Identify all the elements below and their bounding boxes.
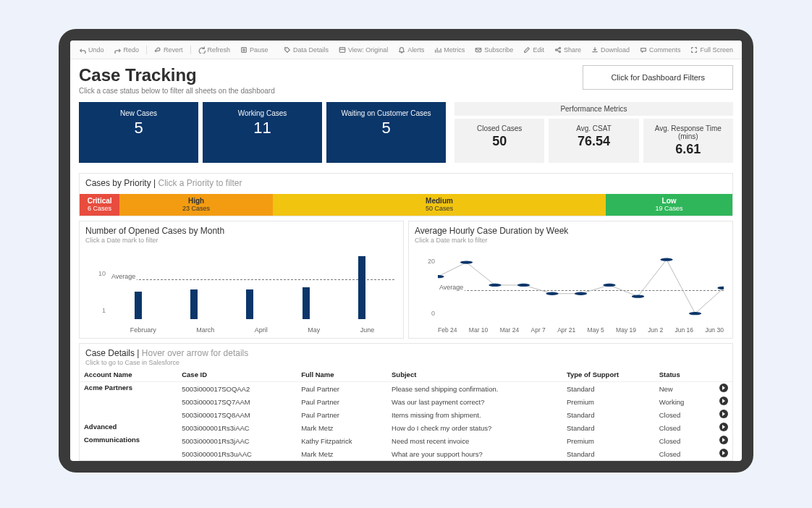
line-path	[438, 260, 724, 313]
col-type-of-support[interactable]: Type of Support	[562, 368, 655, 382]
col-case-id[interactable]: Case ID	[177, 368, 297, 382]
line-point[interactable]	[546, 292, 558, 295]
toolbar-refresh[interactable]: Refresh	[195, 45, 234, 55]
table-row[interactable]: 5003i000017SQ7AAM Paul Partner Was our l…	[80, 395, 732, 408]
x-tick: April	[255, 326, 268, 334]
toolbar-metrics[interactable]: Metrics	[431, 45, 468, 55]
toolbar-edit[interactable]: Edit	[520, 45, 547, 55]
status-card-working-cases[interactable]: Working Cases11	[203, 102, 322, 163]
duration-by-week-panel: Average Hourly Case Duration by Week Cli…	[408, 221, 733, 339]
duration-subtitle: Click a Date mark to filter	[415, 237, 727, 244]
arrow-icon[interactable]	[719, 423, 728, 431]
toolbar-redo[interactable]: Redo	[111, 45, 143, 55]
toolbar-label: View: Original	[348, 46, 388, 54]
bar-march[interactable]	[190, 289, 198, 319]
toolbar-label: Refresh	[208, 46, 231, 54]
toolbar-undo[interactable]: Undo	[76, 45, 107, 55]
x-tick: Mar 10	[469, 326, 488, 334]
cell-full-name: Mark Metz	[297, 421, 387, 434]
toolbar-label: Download	[601, 46, 630, 54]
toolbar-view-original[interactable]: View: Original	[336, 45, 391, 55]
cell-case-id: 5003i000017SOQAA2	[177, 382, 297, 396]
arrow-icon[interactable]	[719, 410, 728, 418]
arrow-icon[interactable]	[719, 397, 728, 405]
table-row[interactable]: Acme Partners 5003i000017SOQAA2 Paul Par…	[80, 382, 732, 396]
cell-account	[80, 408, 177, 421]
cell-subject: Please send shipping confirmation.	[387, 382, 562, 396]
line-point[interactable]	[489, 284, 501, 287]
line-point[interactable]	[660, 258, 672, 261]
toolbar-subscribe[interactable]: Subscribe	[472, 45, 516, 55]
line-point[interactable]	[689, 312, 701, 315]
toolbar-data-details[interactable]: Data Details	[281, 45, 331, 55]
toolbar-alerts[interactable]: Alerts	[395, 45, 427, 55]
status-card-new-cases[interactable]: New Cases5	[79, 102, 198, 163]
metric-value: 50	[457, 134, 541, 149]
priority-name: Low	[606, 197, 732, 205]
line-point[interactable]	[603, 284, 615, 287]
metric-value: 6.61	[646, 142, 730, 157]
opened-by-month-chart[interactable]: 101 Average FebruaryMarchAprilMayJune	[85, 248, 397, 335]
cell-subject: How do I check my order status?	[387, 421, 562, 434]
col-account-name[interactable]: Account Name	[80, 368, 177, 382]
cell-subject: What are your support hours?	[387, 447, 562, 460]
priority-segment-low[interactable]: Low19 Cases	[606, 194, 732, 216]
table-row[interactable]: 5003i000017SQ8AAM Paul Partner Items mis…	[80, 408, 732, 421]
priority-name: Critical	[80, 197, 119, 205]
col-subject[interactable]: Subject	[387, 368, 562, 382]
arrow-icon[interactable]	[719, 436, 728, 444]
bar-may[interactable]	[303, 287, 310, 319]
line-point[interactable]	[438, 275, 444, 278]
line-point[interactable]	[517, 284, 530, 287]
toolbar-share[interactable]: Share	[551, 45, 584, 55]
priority-segment-medium[interactable]: Medium50 Cases	[273, 194, 606, 216]
table-row[interactable]: 5003i000001Rs3uAAC Mark Metz What are yo…	[80, 447, 732, 460]
duration-by-week-chart[interactable]: 200 Average Feb 24Mar 10Mar 24Apr 7Apr 2…	[415, 248, 727, 335]
toolbar-label: Metrics	[444, 46, 465, 54]
col-status[interactable]: Status	[655, 368, 706, 382]
arrow-icon[interactable]	[719, 449, 728, 457]
cell-case-id: 5003i000001Rs3jAAC	[177, 434, 297, 447]
dashboard-filters-button[interactable]: Click for Dashboard Filters	[583, 65, 733, 90]
y-tick: 0	[431, 310, 435, 317]
toolbar-label: Revert	[164, 46, 183, 54]
line-point[interactable]	[717, 287, 724, 289]
line-point[interactable]	[460, 261, 473, 263]
toolbar-full-screen[interactable]: Full Screen	[688, 45, 736, 55]
line-point[interactable]	[632, 295, 644, 297]
metric-label: Avg. CSAT	[551, 124, 635, 132]
cell-status: Closed	[655, 408, 706, 421]
line-point[interactable]	[575, 292, 587, 295]
col-action[interactable]	[706, 368, 732, 382]
toolbar-label: Pause	[250, 46, 268, 54]
priority-count: 6 Cases	[80, 205, 119, 212]
device-frame: UndoRedoRevertRefreshPause Data DetailsV…	[59, 29, 753, 473]
cell-status: New	[655, 382, 706, 396]
toolbar-revert[interactable]: Revert	[151, 45, 186, 55]
performance-metrics-title: Performance Metrics	[454, 102, 733, 116]
status-card-waiting-on-customer-cases[interactable]: Waiting on Customer Cases5	[326, 102, 446, 163]
table-row[interactable]: Advanced 5003i000001Rs3iAAC Mark Metz Ho…	[80, 421, 732, 434]
toolbar-comments[interactable]: Comments	[637, 45, 684, 55]
priority-title: Cases by Priority	[85, 178, 151, 188]
priority-segment-critical[interactable]: Critical6 Cases	[80, 194, 119, 216]
cell-status: Closed	[655, 421, 706, 434]
priority-segment-high[interactable]: High23 Cases	[119, 194, 273, 216]
metric-card-avg-response-time-mins-: Avg. Response Time (mins)6.61	[643, 119, 733, 163]
bar-april[interactable]	[246, 289, 253, 319]
cell-case-id: 5003i000001Rs3uAAC	[177, 447, 297, 460]
priority-count: 50 Cases	[273, 205, 606, 212]
arrow-icon[interactable]	[719, 384, 728, 392]
x-tick: Mar 24	[500, 326, 519, 334]
cell-type: Premium	[562, 434, 655, 447]
toolbar-download[interactable]: Download	[588, 45, 633, 55]
bar-february[interactable]	[135, 292, 142, 319]
cell-status: Working	[655, 395, 706, 408]
cell-case-id: 5003i000017SQ8AAM	[177, 408, 297, 421]
cell-case-id: 5003i000001Rs3iAAC	[177, 421, 297, 434]
col-full-name[interactable]: Full Name	[297, 368, 387, 382]
cell-type: Premium	[562, 395, 655, 408]
bar-june[interactable]	[358, 256, 365, 319]
table-row[interactable]: Communications 5003i000001Rs3jAAC Kathy …	[80, 434, 732, 447]
toolbar-pause[interactable]: Pause	[237, 45, 271, 55]
